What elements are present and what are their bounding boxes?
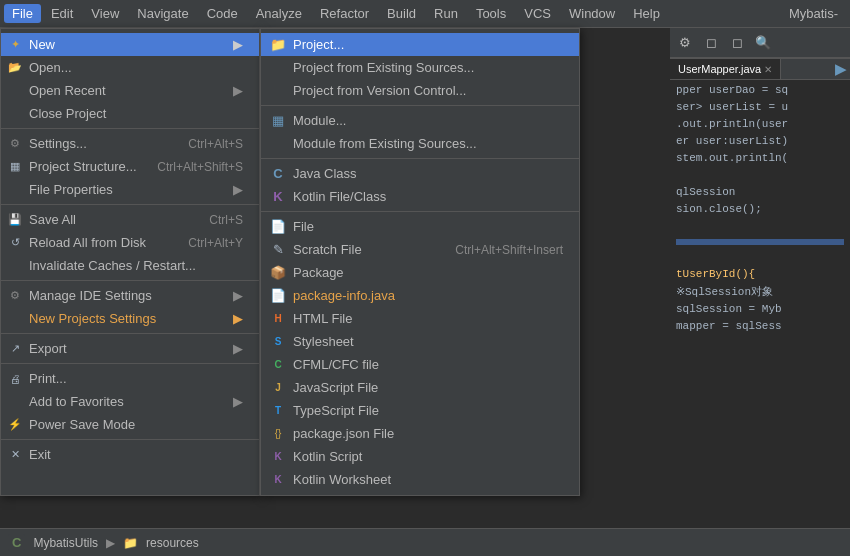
new-kotlin-worksheet[interactable]: K Kotlin Worksheet xyxy=(261,468,579,491)
menubar-refactor[interactable]: Refactor xyxy=(312,4,377,23)
arrow-icon: ▶ xyxy=(233,37,243,52)
file-properties-icon xyxy=(7,182,23,198)
new-html-file[interactable]: H HTML File xyxy=(261,307,579,330)
invalidate-icon xyxy=(7,258,23,274)
js-icon: J xyxy=(269,379,287,397)
project-structure-icon: ▦ xyxy=(7,159,23,175)
code-line xyxy=(676,249,844,266)
menu-open[interactable]: 📂 Open... xyxy=(1,56,259,79)
new-module-from-sources[interactable]: Module from Existing Sources... xyxy=(261,132,579,155)
arrow-icon: ▶ xyxy=(233,182,243,197)
code-line: er user:userList) xyxy=(676,133,844,150)
new-file[interactable]: 📄 File xyxy=(261,215,579,238)
menubar-run[interactable]: Run xyxy=(426,4,466,23)
separator-3 xyxy=(1,280,259,281)
reload-icon: ↺ xyxy=(7,235,23,251)
code-line: stem.out.println( xyxy=(676,150,844,167)
new-kotlin-file[interactable]: K Kotlin File/Class xyxy=(261,185,579,208)
settings-icon: ⚙ xyxy=(7,136,23,152)
new-package[interactable]: 📦 Package xyxy=(261,261,579,284)
editor-tab-usermapper[interactable]: UserMapper.java ✕ xyxy=(670,59,781,79)
menubar-edit[interactable]: Edit xyxy=(43,4,81,23)
menubar-vcs[interactable]: VCS xyxy=(516,4,559,23)
menu-print[interactable]: 🖨 Print... xyxy=(1,367,259,390)
toolbar-icon-1[interactable]: ⚙ xyxy=(674,32,696,54)
bottom-c-icon: C xyxy=(8,534,25,551)
menubar-analyze[interactable]: Analyze xyxy=(248,4,310,23)
new-javascript-file[interactable]: J JavaScript File xyxy=(261,376,579,399)
css-icon: S xyxy=(269,333,287,351)
code-line: .out.println(user xyxy=(676,116,844,133)
module-sources-icon xyxy=(269,135,287,153)
new-stylesheet[interactable]: S Stylesheet xyxy=(261,330,579,353)
new-icon: ✦ xyxy=(7,37,23,53)
close-project-icon xyxy=(7,106,23,122)
new-typescript-file[interactable]: T TypeScript File xyxy=(261,399,579,422)
module-icon: ▦ xyxy=(269,112,287,130)
menu-new-projects[interactable]: New Projects Settings ▶ xyxy=(1,307,259,330)
menu-power-save[interactable]: ⚡ Power Save Mode xyxy=(1,413,259,436)
bottom-project-label: MybatisUtils xyxy=(33,536,98,550)
menubar: File Edit View Navigate Code Analyze Ref… xyxy=(0,0,850,28)
menubar-build[interactable]: Build xyxy=(379,4,424,23)
new-java-class[interactable]: C Java Class xyxy=(261,162,579,185)
menubar-help[interactable]: Help xyxy=(625,4,668,23)
new-cfml[interactable]: C CFML/CFC file xyxy=(261,353,579,376)
new-project-from-sources[interactable]: Project from Existing Sources... xyxy=(261,56,579,79)
file-icon: 📄 xyxy=(269,218,287,236)
new-sep-2 xyxy=(261,158,579,159)
arrow-icon: ▶ xyxy=(233,341,243,356)
tab-label: UserMapper.java xyxy=(678,63,761,75)
new-project-from-vcs[interactable]: Project from Version Control... xyxy=(261,79,579,102)
menubar-navigate[interactable]: Navigate xyxy=(129,4,196,23)
menu-open-recent[interactable]: Open Recent ▶ xyxy=(1,79,259,102)
manage-ide-icon: ⚙ xyxy=(7,288,23,304)
new-scratch-file[interactable]: ✎ Scratch File Ctrl+Alt+Shift+Insert xyxy=(261,238,579,261)
menu-export[interactable]: ↗ Export ▶ xyxy=(1,337,259,360)
new-project[interactable]: 📁 Project... xyxy=(261,33,579,56)
menu-invalidate[interactable]: Invalidate Caches / Restart... xyxy=(1,254,259,277)
power-save-icon: ⚡ xyxy=(7,417,23,433)
editor-expand-icon[interactable]: ▶ xyxy=(835,61,850,77)
menubar-code[interactable]: Code xyxy=(199,4,246,23)
tab-close-icon[interactable]: ✕ xyxy=(764,64,772,75)
editor-tab-bar: UserMapper.java ✕ ▶ xyxy=(670,58,850,80)
toolbar-search-icon[interactable]: 🔍 xyxy=(752,32,774,54)
menu-add-favorites[interactable]: Add to Favorites ▶ xyxy=(1,390,259,413)
ts-icon: T xyxy=(269,402,287,420)
menubar-file[interactable]: File xyxy=(4,4,41,23)
open-icon: 📂 xyxy=(7,60,23,76)
new-module[interactable]: ▦ Module... xyxy=(261,109,579,132)
menu-project-structure[interactable]: ▦ Project Structure... Ctrl+Alt+Shift+S xyxy=(1,155,259,178)
menu-manage-ide[interactable]: ⚙ Manage IDE Settings ▶ xyxy=(1,284,259,307)
file-menu: ✦ New ▶ 📂 Open... Open Recent ▶ Close Pr… xyxy=(0,28,260,496)
new-package-info[interactable]: 📄 package-info.java xyxy=(261,284,579,307)
menu-save-all[interactable]: 💾 Save All Ctrl+S xyxy=(1,208,259,231)
menu-file-properties[interactable]: File Properties ▶ xyxy=(1,178,259,201)
json-icon: {} xyxy=(269,425,287,443)
menu-close-project[interactable]: Close Project xyxy=(1,102,259,125)
menu-settings[interactable]: ⚙ Settings... Ctrl+Alt+S xyxy=(1,132,259,155)
kotlin-worksheet-icon: K xyxy=(269,471,287,489)
menubar-view[interactable]: View xyxy=(83,4,127,23)
code-line: mapper = sqlSess xyxy=(676,318,844,335)
menu-exit[interactable]: ✕ Exit xyxy=(1,443,259,466)
project-sources-icon xyxy=(269,59,287,77)
menubar-tools[interactable]: Tools xyxy=(468,4,514,23)
menubar-window[interactable]: Window xyxy=(561,4,623,23)
java-class-icon: C xyxy=(269,165,287,183)
arrow-icon: ▶ xyxy=(233,83,243,98)
package-info-icon: 📄 xyxy=(269,287,287,305)
bottom-folder-label: resources xyxy=(146,536,199,550)
menu-reload[interactable]: ↺ Reload All from Disk Ctrl+Alt+Y xyxy=(1,231,259,254)
new-kotlin-script[interactable]: K Kotlin Script xyxy=(261,445,579,468)
print-icon: 🖨 xyxy=(7,371,23,387)
menu-new[interactable]: ✦ New ▶ xyxy=(1,33,259,56)
favorites-icon xyxy=(7,394,23,410)
separator-4 xyxy=(1,333,259,334)
save-icon: 💾 xyxy=(7,212,23,228)
new-package-json[interactable]: {} package.json File xyxy=(261,422,579,445)
toolbar-icon-2[interactable]: ◻ xyxy=(700,32,722,54)
code-line: qlSession xyxy=(676,184,844,201)
toolbar-icon-3[interactable]: ◻ xyxy=(726,32,748,54)
